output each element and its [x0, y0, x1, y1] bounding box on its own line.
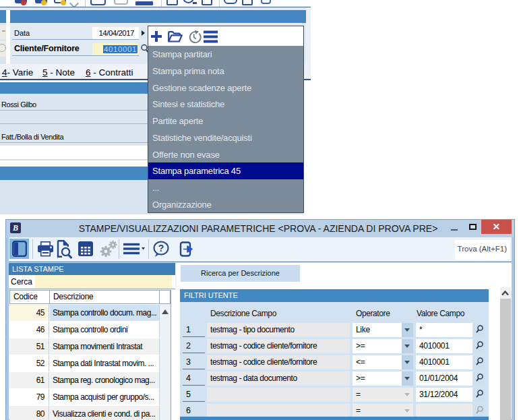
- svg-text:?: ?: [158, 243, 164, 253]
